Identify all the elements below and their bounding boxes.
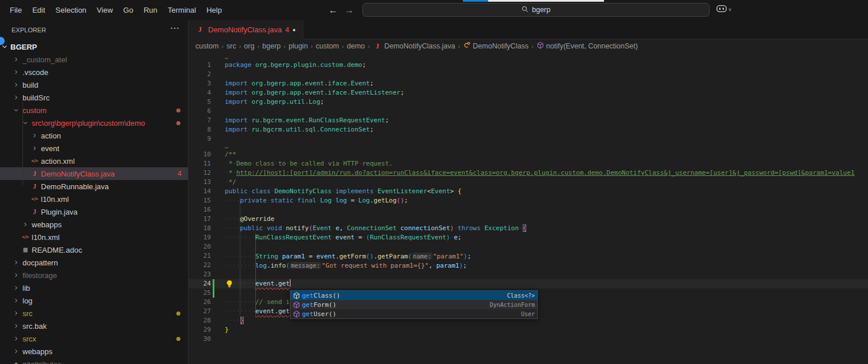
git-modified-dot — [176, 337, 180, 341]
tree-item-label: DemoRunnable.java — [41, 182, 109, 191]
menu-view[interactable]: View — [92, 0, 118, 20]
tree-item-action[interactable]: action — [0, 129, 188, 142]
tree-item-gitattributes[interactable]: ◆gitattributes — [0, 358, 188, 364]
tree-item-label: l10n.xml — [32, 233, 59, 242]
code-line-12: 12·*·http://[host]:[port]/admin/run.do?a… — [188, 168, 868, 178]
code-line-11: 11·*·Demo·class·to·be·called·via·HTTP·re… — [188, 159, 868, 168]
breadcrumb-item[interactable]: org — [244, 42, 254, 50]
tree-item-build[interactable]: build — [0, 78, 188, 91]
tree-item-srcx[interactable]: srcx — [0, 332, 188, 345]
git-modified-dot — [176, 312, 180, 316]
code-editor[interactable]: …1package·org.bgerp.plugin.custom.demo;2… — [188, 53, 868, 364]
folded-region-hint: … — [188, 54, 868, 61]
text-cursor — [290, 279, 291, 287]
command-center-search[interactable]: bgerp — [363, 3, 710, 17]
tree-item-docpattern[interactable]: docpattern — [0, 256, 188, 269]
tree-item-event[interactable]: event — [0, 142, 188, 155]
tab-demonotifyclass[interactable]: J DemoNotifyClass.java 4 ● — [188, 20, 303, 39]
code-line-21: 21········String·param1·=·event.getForm(… — [188, 252, 868, 261]
search-value: bgerp — [532, 6, 550, 14]
forward-arrow-button[interactable]: → — [345, 5, 354, 16]
back-arrow-button[interactable]: ← — [329, 5, 338, 16]
tree-item-src-bak[interactable]: src.bak — [0, 320, 188, 332]
code-line-6: 6 — [188, 107, 868, 116]
method-icon — [293, 310, 302, 318]
suggest-label: getForm() — [302, 301, 337, 309]
tree-item-label: README.adoc — [32, 246, 82, 254]
breadcrumb-item[interactable]: DemoNotifyClass — [463, 42, 529, 51]
top-edge-white-strip — [488, 0, 604, 2]
explorer-more-actions-button[interactable]: ⋯ — [170, 22, 180, 33]
lightbulb-icon[interactable] — [225, 280, 233, 288]
copilot-menu-button[interactable]: ˅ — [716, 3, 731, 16]
breadcrumb-item[interactable]: JDemoNotifyClass.java — [373, 42, 455, 51]
breadcrumb-item[interactable]: bgerp — [262, 42, 281, 50]
suggest-detail: DynActionForm — [490, 302, 535, 308]
tree-item-l10n-xml[interactable]: </>l10n.xml — [0, 231, 188, 243]
tree-item--custom-atel[interactable]: _custom_atel — [0, 53, 188, 66]
menu-file[interactable]: File — [5, 0, 27, 20]
breadcrumb-item[interactable]: custom — [316, 42, 339, 50]
code-line-5: 5import·org.bgerp.util.Log; — [188, 97, 868, 107]
suggest-item-getuser[interactable]: getUser()User — [290, 309, 537, 318]
tree-item--vscode[interactable]: .vscode — [0, 66, 188, 78]
tree-item-l10n-xml[interactable]: </>l10n.xml — [0, 193, 188, 205]
search-icon — [522, 6, 529, 14]
code-line-3: 3import·org.bgerp.app.event.iface.Event; — [188, 79, 868, 88]
git-modified-dot — [176, 121, 180, 125]
tree-item-filestorage[interactable]: filestorage — [0, 269, 188, 282]
breadcrumb-label: bgerp — [262, 42, 281, 50]
tree-item-readme-adoc[interactable]: ≣README.adoc — [0, 243, 188, 256]
menu-edit[interactable]: Edit — [27, 0, 50, 20]
menu-help[interactable]: Help — [201, 0, 227, 20]
tree-item-label: l10n.xml — [41, 195, 69, 204]
breadcrumb-label: plugin — [289, 42, 308, 50]
breadcrumb-separator: › — [257, 43, 259, 50]
top-edge-blue-strip — [463, 0, 488, 2]
tree-item-demorunnable-java[interactable]: JDemoRunnable.java — [0, 180, 188, 193]
tree-item-webapps[interactable]: webapps — [0, 218, 188, 231]
code-line-2: 2 — [188, 70, 868, 79]
chevron-right-icon — [12, 347, 21, 356]
tab-title: DemoNotifyClass.java — [208, 25, 282, 34]
java-file-icon: J — [30, 207, 39, 216]
menu-terminal[interactable]: Terminal — [163, 0, 201, 20]
readme-file-icon: ≣ — [21, 245, 30, 254]
menu-run[interactable]: Run — [138, 0, 163, 20]
breadcrumb-item[interactable]: plugin — [289, 42, 308, 50]
suggest-item-getform[interactable]: getForm()DynActionForm — [290, 300, 537, 309]
code-line-10: 10/** — [188, 150, 868, 159]
code-line-29: 29} — [188, 325, 868, 335]
menu-selection[interactable]: Selection — [50, 0, 91, 20]
breadcrumb-item[interactable]: notify(Event, ConnectionSet) — [537, 42, 638, 51]
code-line-15: 15····private·static·final·Log·log·=·Log… — [188, 196, 868, 205]
suggest-widget[interactable]: getClass()Class<?>getForm()DynActionForm… — [290, 290, 538, 319]
suggest-item-getclass[interactable]: getClass()Class<?> — [290, 291, 537, 300]
tree-item-src-org-bgerp-plugin-custom-demo[interactable]: src\org\bgerp\plugin\custom\demo — [0, 117, 188, 129]
breadcrumb-item[interactable]: src — [227, 42, 236, 50]
tree-item-demonotifyclass-java[interactable]: JDemoNotifyClass.java4 — [0, 167, 188, 180]
tree-item-label: action.xml — [41, 157, 75, 166]
breadcrumb-item[interactable]: custom — [195, 42, 218, 50]
tree-item-lib[interactable]: lib — [0, 282, 188, 294]
root-folder-label: BGERP — [10, 43, 37, 51]
tree-item-label: lib — [22, 284, 30, 292]
problems-count-badge: 4 — [178, 170, 182, 178]
tree-item-src[interactable]: src — [0, 307, 188, 320]
code-line-1: 1package·org.bgerp.plugin.custom.demo; — [188, 61, 868, 70]
tree-item-label: build — [22, 81, 38, 89]
breadcrumb-item[interactable]: demo — [347, 42, 365, 50]
tree-item-plugin-java[interactable]: JPlugin.java — [0, 205, 188, 218]
tree-item-log[interactable]: log — [0, 294, 188, 307]
tab-modified-dot[interactable]: ● — [293, 27, 296, 33]
tree-item-custom[interactable]: custom — [0, 104, 188, 117]
tree-item-action-xml[interactable]: </>action.xml — [0, 155, 188, 167]
class-icon — [463, 42, 470, 51]
code-line-17: 17····@Override — [188, 215, 868, 224]
menu-go[interactable]: Go — [118, 0, 138, 20]
tree-item-buildsrc[interactable]: buildSrc — [0, 91, 188, 104]
tree-root-bgerp[interactable]: BGERP — [0, 40, 188, 53]
tree-item-webapps[interactable]: webapps — [0, 345, 188, 358]
tree-item-label: Plugin.java — [41, 208, 78, 216]
breadcrumb-label: notify(Event, ConnectionSet) — [546, 42, 638, 50]
